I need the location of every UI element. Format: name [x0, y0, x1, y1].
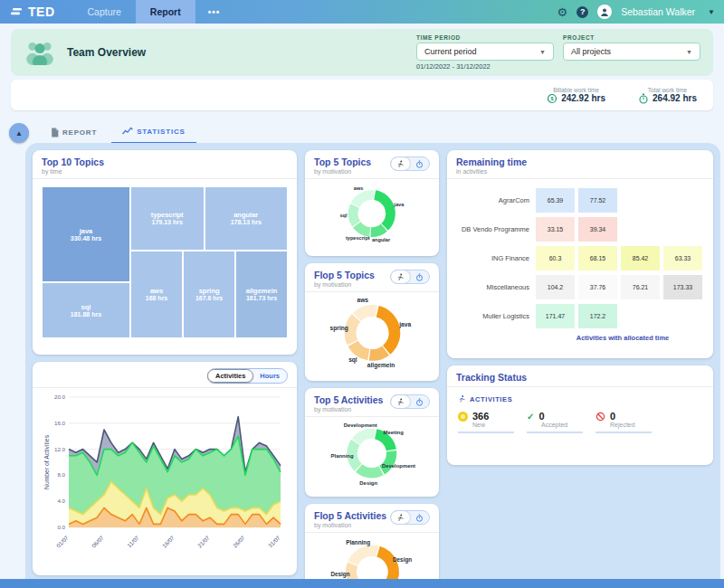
statistics-panel: Top 10 Topics by time java330.48 hrssql1… [25, 143, 720, 588]
treemap-cell-aws[interactable]: aws168 hrs [130, 251, 183, 338]
stopwatch-icon[interactable] [410, 511, 429, 524]
heatmap-cell[interactable]: 37.76 [578, 275, 617, 299]
heatmap-cell[interactable]: 85.42 [621, 246, 660, 270]
collapse-header-button[interactable]: ▲ [9, 123, 29, 143]
donut-segment-meeting[interactable] [376, 434, 391, 450]
donut-label: Design [330, 571, 349, 578]
heatmap-cell[interactable]: 77.52 [578, 188, 617, 213]
heatmap-cell[interactable]: 171.47 [536, 304, 575, 328]
donut-segment-spring[interactable] [350, 318, 357, 342]
stopwatch-icon[interactable] [410, 270, 429, 283]
x-tick-label: 26/07 [232, 534, 246, 548]
motivation-time-toggle[interactable] [390, 156, 430, 171]
treemap-cell-java[interactable]: java330.48 hrs [42, 186, 130, 282]
stat-label: Accepted [541, 422, 583, 428]
donut-segment-java[interactable] [377, 311, 395, 350]
x-tick-label: 16/07 [161, 534, 176, 548]
tab-report[interactable]: Report [136, 0, 195, 24]
stat-label: Rejected [610, 422, 652, 428]
treemap-cell-value: 181.88 hrs [71, 311, 101, 318]
card-remaining-time: Remaining time in activities AgrarCom65.… [447, 150, 713, 358]
donut-segment-design[interactable] [359, 468, 381, 472]
project-select[interactable]: All projects ▼ [563, 43, 700, 61]
donut-segment-java[interactable] [375, 195, 390, 227]
top-5-topics-donut: javaangulartypescriptsqlaws [319, 179, 424, 248]
heatmap-cell[interactable]: 173.33 [663, 275, 702, 299]
donut-label: Planning [346, 539, 370, 546]
billable-label: Billable work time [547, 87, 605, 93]
chevron-down-icon: ▼ [539, 49, 546, 55]
total-worktime: Total work time 264.92 hrs [638, 87, 697, 104]
donut-segment-sql[interactable] [353, 344, 368, 355]
remaining-time-heatmap: AgrarCom65.3977.52DB Vendo Programme33.1… [447, 179, 713, 328]
activities-hours-toggle[interactable]: Activities Hours [207, 368, 288, 384]
heatmap-cell[interactable]: 63.33 [663, 246, 702, 270]
runner-icon[interactable] [391, 395, 410, 408]
tab-statistics-view[interactable]: STATISTICS [111, 121, 195, 144]
heatmap-cell[interactable]: 33.15 [536, 217, 575, 242]
donut-label: sql [340, 213, 348, 218]
donut-segment-sql[interactable] [353, 205, 356, 223]
donut-segment-allgemein[interactable] [369, 351, 386, 356]
user-name[interactable]: Sebastian Walker [621, 6, 695, 17]
treemap-cell-angular[interactable]: angular178.13 hrs [205, 186, 288, 251]
treemap-cell-value: 178.13 hrs [231, 219, 262, 225]
runner-icon[interactable] [391, 270, 410, 283]
treemap-cell-typescript[interactable]: typescript179.13 hrs [130, 186, 205, 251]
heatmap-cell[interactable]: 60.3 [536, 246, 575, 270]
heatmap-cell[interactable]: 104.2 [536, 275, 575, 299]
rejected-blocked-icon [595, 412, 605, 422]
treemap-cell-allgemein[interactable]: allgemein161.73 hrs [235, 251, 288, 338]
motivation-time-toggle[interactable] [390, 270, 430, 284]
donut-segment-angular[interactable] [371, 228, 385, 232]
billable-currency-icon: $ [547, 93, 557, 104]
motivation-time-toggle[interactable] [390, 394, 430, 409]
topbar: TED Capture Report ••• ⚙ ? Sebastian Wal… [0, 0, 724, 24]
tab-report-view[interactable]: REPORT [40, 121, 108, 144]
donut-label: aws [357, 297, 368, 303]
logo-text: TED [28, 5, 55, 19]
runner-icon[interactable] [391, 157, 410, 170]
donut-label: Design [393, 556, 412, 564]
treemap-cell-value: 161.73 hrs [246, 295, 277, 301]
heatmap-empty-cell [663, 188, 702, 213]
app-logo[interactable]: TED [0, 5, 73, 19]
toggle-activities[interactable]: Activities [207, 369, 253, 383]
time-period-label: TIME PERIOD [416, 34, 554, 41]
donut-segment-aws[interactable] [357, 311, 376, 318]
heatmap-cell[interactable]: 76.21 [621, 275, 660, 299]
runner-icon[interactable] [391, 511, 410, 524]
donut-segment-development[interactable] [357, 433, 376, 441]
user-menu-caret-icon[interactable]: ▼ [708, 8, 715, 16]
tracking-stat-rejected: 0Rejected [595, 411, 652, 433]
donut-segment-design[interactable] [378, 552, 394, 583]
heatmap-cell[interactable]: 68.15 [578, 246, 617, 270]
motivation-time-toggle[interactable] [390, 510, 430, 525]
time-period-select[interactable]: Current period ▼ [416, 43, 554, 61]
card-tracking-status: Tracking Status ACTIVITIES 366New✓0Accep… [447, 365, 713, 465]
heatmap-row-label: Miscellaneous [451, 283, 536, 291]
card-top-10-topics: Top 10 Topics by time java330.48 hrssql1… [33, 150, 297, 355]
stopwatch-icon[interactable] [410, 395, 429, 408]
y-axis-label: Number of Activities [43, 434, 50, 489]
view-tabs: REPORT STATISTICS [40, 121, 196, 144]
chevron-down-icon: ▼ [686, 49, 692, 55]
heatmap-row-label: AgrarCom [451, 196, 536, 204]
stopwatch-icon[interactable] [410, 157, 429, 170]
settings-gear-icon[interactable]: ⚙ [557, 6, 568, 18]
treemap-cell-sql[interactable]: sql181.88 hrs [42, 282, 130, 338]
heatmap-cell[interactable]: 39.34 [578, 217, 617, 242]
heatmap-row-label: Muller Logistics [451, 312, 536, 320]
more-menu-button[interactable]: ••• [195, 7, 233, 17]
heatmap-cell[interactable]: 65.39 [536, 188, 575, 213]
help-icon[interactable]: ? [576, 6, 588, 18]
user-avatar[interactable] [597, 5, 612, 19]
tab-capture[interactable]: Capture [73, 0, 136, 24]
treemap-cell-spring[interactable]: spring167.6 hrs [183, 251, 235, 338]
toggle-hours[interactable]: Hours [252, 370, 287, 382]
donut-segment-planning[interactable] [353, 551, 377, 564]
donut-segment-aws[interactable] [356, 194, 375, 204]
heatmap-empty-cell [621, 304, 660, 328]
heatmap-cell[interactable]: 172.2 [578, 304, 617, 328]
donut-segment-typescript[interactable] [357, 224, 369, 232]
